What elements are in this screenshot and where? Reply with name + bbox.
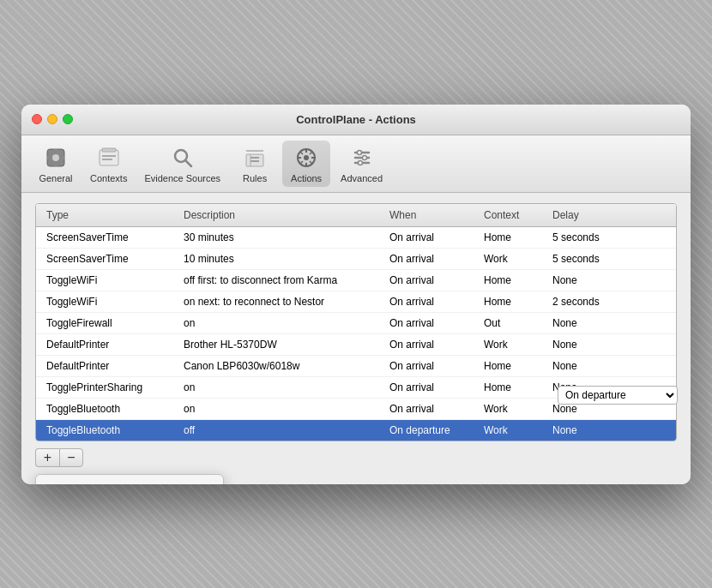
cell-when: On arrival xyxy=(386,230,480,245)
when-dropdown[interactable]: On arrivalOn departure xyxy=(558,386,678,405)
close-button[interactable] xyxy=(32,114,42,124)
svg-line-24 xyxy=(310,161,312,164)
menu-item-label: Application Actions xyxy=(46,482,140,484)
col-type: Type xyxy=(43,207,180,223)
cell-context: Home xyxy=(480,358,549,374)
cell-delay: 5 seconds xyxy=(549,251,626,267)
svg-rect-12 xyxy=(246,154,263,166)
cell-type: DefaultPrinter xyxy=(43,358,180,374)
submenu-arrow-icon: ▶ xyxy=(206,483,213,484)
bottom-form: On arrivalOn departure xyxy=(558,386,678,405)
svg-line-25 xyxy=(310,152,312,154)
add-action-button[interactable]: + xyxy=(35,448,59,467)
cell-context: Work xyxy=(480,423,549,438)
col-when: When xyxy=(386,207,480,223)
table-header: Type Description When Context Delay xyxy=(36,204,676,227)
cell-context: Home xyxy=(480,294,549,309)
cell-type: ToggleFirewall xyxy=(43,315,180,331)
cell-type: ToggleBluetooth xyxy=(43,423,180,438)
cell-delay: None xyxy=(549,358,626,374)
svg-point-30 xyxy=(357,150,361,154)
menu-item-application-actions[interactable]: Application Actions▶ xyxy=(36,478,223,484)
cell-when: On arrival xyxy=(386,273,480,288)
svg-rect-6 xyxy=(100,150,118,165)
cell-when: On arrival xyxy=(386,294,480,309)
cell-when: On arrival xyxy=(386,337,480,352)
toolbar-item-actions[interactable]: Actions xyxy=(282,141,330,187)
cell-description: on next: to reconnect to Nestor xyxy=(180,294,386,309)
minimize-button[interactable] xyxy=(47,114,57,124)
contexts-label: Contexts xyxy=(90,173,127,183)
rules-icon xyxy=(241,144,269,171)
cell-context: Work xyxy=(480,401,549,417)
toolbar-item-evidence-sources[interactable]: Evidence Sources xyxy=(137,141,227,187)
cell-type: TogglePrinterSharing xyxy=(43,380,180,395)
titlebar: ControlPlane - Actions xyxy=(21,105,691,135)
cell-type: ScreenSaverTime xyxy=(43,230,180,245)
table-row[interactable]: ToggleFirewallonOn arrivalOutNone xyxy=(36,313,676,334)
window-title: ControlPlane - Actions xyxy=(296,113,416,126)
general-icon xyxy=(42,144,69,171)
svg-rect-7 xyxy=(102,148,116,152)
cell-when: On arrival xyxy=(386,358,480,374)
svg-line-23 xyxy=(300,152,303,154)
cell-when: On arrival xyxy=(386,251,480,267)
cell-description: on xyxy=(180,315,386,331)
cell-type: DefaultPrinter xyxy=(43,337,180,352)
main-window: ControlPlane - Actions General xyxy=(21,105,691,484)
cell-context: Work xyxy=(480,251,549,267)
svg-rect-2 xyxy=(54,149,57,153)
advanced-label: Advanced xyxy=(341,173,383,183)
cell-description: Canon LBP6030w/6018w xyxy=(180,358,386,374)
cell-type: ScreenSaverTime xyxy=(43,251,180,267)
cell-context: Out xyxy=(480,315,549,331)
cell-when: On departure xyxy=(386,423,480,438)
cell-context: Home xyxy=(480,380,549,395)
cell-when: On arrival xyxy=(386,401,480,417)
col-delay: Delay xyxy=(549,207,626,223)
advanced-icon xyxy=(348,144,376,171)
svg-point-18 xyxy=(304,155,309,160)
cell-context: Work xyxy=(480,337,549,352)
table-row[interactable]: ScreenSaverTime10 minutesOn arrivalWork5… xyxy=(36,249,676,270)
svg-rect-8 xyxy=(102,155,116,157)
table-row[interactable]: ToggleWiFion next: to reconnect to Nesto… xyxy=(36,291,676,313)
svg-line-26 xyxy=(300,161,303,164)
svg-line-11 xyxy=(185,160,191,166)
main-content: Type Description When Context Delay Scre… xyxy=(21,193,691,484)
cell-context: Home xyxy=(480,230,549,245)
toolbar-item-advanced[interactable]: Advanced xyxy=(334,141,389,187)
table-row[interactable]: DefaultPrinterCanon LBP6030w/6018wOn arr… xyxy=(36,356,676,377)
context-menu: Application Actions▶Finder Actions▶Keych… xyxy=(35,474,224,484)
rules-label: Rules xyxy=(243,173,267,183)
actions-icon xyxy=(293,144,320,171)
contexts-icon xyxy=(95,144,123,171)
cell-type: ToggleBluetooth xyxy=(43,401,180,417)
svg-rect-4 xyxy=(47,156,51,159)
cell-description: on xyxy=(180,380,386,395)
col-context: Context xyxy=(480,207,549,223)
evidence-sources-label: Evidence Sources xyxy=(144,173,220,183)
cell-description: off xyxy=(180,423,386,438)
svg-point-31 xyxy=(362,155,366,159)
cell-delay: None xyxy=(549,337,626,352)
svg-rect-3 xyxy=(54,163,57,166)
maximize-button[interactable] xyxy=(63,114,73,124)
table-row[interactable]: ScreenSaverTime30 minutesOn arrivalHome5… xyxy=(36,227,676,249)
table-row[interactable]: ToggleWiFioff first: to disconnect from … xyxy=(36,270,676,291)
cell-description: on xyxy=(180,401,386,417)
toolbar-item-contexts[interactable]: Contexts xyxy=(83,141,134,187)
table-row[interactable]: ToggleBluetoothoffOn departureWorkNone xyxy=(36,420,676,441)
toolbar-item-rules[interactable]: Rules xyxy=(231,141,279,187)
actions-label: Actions xyxy=(291,173,322,183)
actions-table: Type Description When Context Delay Scre… xyxy=(35,203,677,441)
remove-action-button[interactable]: − xyxy=(59,448,83,467)
cell-context: Home xyxy=(480,273,549,288)
cell-description: 10 minutes xyxy=(180,251,386,267)
cell-type: ToggleWiFi xyxy=(43,294,180,309)
toolbar-item-general[interactable]: General xyxy=(32,141,80,187)
cell-when: On arrival xyxy=(386,315,480,331)
cell-delay: 5 seconds xyxy=(549,230,626,245)
cell-description: 30 minutes xyxy=(180,230,386,245)
table-row[interactable]: DefaultPrinterBrother HL-5370DWOn arriva… xyxy=(36,334,676,356)
